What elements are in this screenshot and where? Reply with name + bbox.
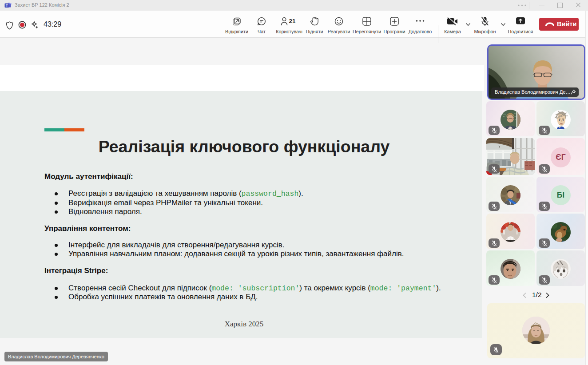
svg-text:T: T: [6, 4, 8, 8]
svg-text:21: 21: [289, 18, 296, 24]
